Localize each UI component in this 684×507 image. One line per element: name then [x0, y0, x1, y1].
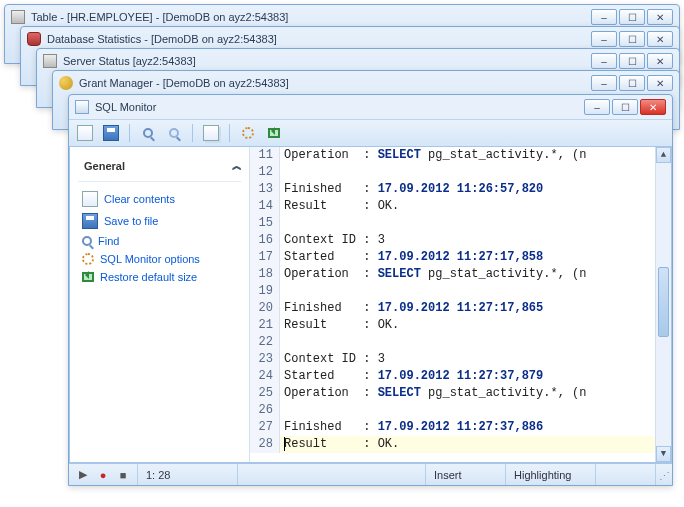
- log-line[interactable]: 27Finished : 17.09.2012 11:27:37,886: [250, 419, 655, 436]
- close-button[interactable]: ✕: [647, 53, 673, 69]
- line-content: Context ID : 3: [280, 351, 385, 368]
- log-line[interactable]: 12: [250, 164, 655, 181]
- restore-button[interactable]: [264, 123, 284, 143]
- sidebar-find[interactable]: Find: [78, 232, 241, 250]
- log-line[interactable]: 26: [250, 402, 655, 419]
- doc-icon: [77, 125, 93, 141]
- line-number: 22: [250, 334, 280, 351]
- line-content: [280, 164, 284, 181]
- maximize-button[interactable]: ☐: [619, 53, 645, 69]
- sql-monitor-window: SQL Monitor – ☐ ✕ General ︽ Clear conten…: [68, 94, 673, 486]
- line-number: 21: [250, 317, 280, 334]
- window-title: Server Status [ayz2:54383]: [63, 55, 585, 67]
- copy-button[interactable]: [201, 123, 221, 143]
- line-number: 20: [250, 300, 280, 317]
- line-content: [280, 215, 284, 232]
- sidebar-restore-size[interactable]: Restore default size: [78, 268, 241, 286]
- line-number: 25: [250, 385, 280, 402]
- line-content: [280, 334, 284, 351]
- find-next-button[interactable]: [164, 123, 184, 143]
- log-line[interactable]: 16Context ID : 3: [250, 232, 655, 249]
- log-line[interactable]: 15: [250, 215, 655, 232]
- line-number: 13: [250, 181, 280, 198]
- close-button[interactable]: ✕: [647, 9, 673, 25]
- maximize-button[interactable]: ☐: [612, 99, 638, 115]
- log-line[interactable]: 28Result : OK.: [250, 436, 655, 453]
- line-number: 23: [250, 351, 280, 368]
- toolbar: [69, 119, 672, 147]
- log-line[interactable]: 18Operation : SELECT pg_stat_activity.*,…: [250, 266, 655, 283]
- status-spacer: [238, 464, 426, 485]
- titlebar[interactable]: SQL Monitor – ☐ ✕: [69, 95, 672, 119]
- find-next-icon: [169, 128, 179, 138]
- maximize-button[interactable]: ☐: [619, 9, 645, 25]
- save-icon: [103, 125, 119, 141]
- log-line[interactable]: 20Finished : 17.09.2012 11:27:17,865: [250, 300, 655, 317]
- find-icon: [82, 236, 92, 246]
- sidebar-save-to-file[interactable]: Save to file: [78, 210, 241, 232]
- line-content: [280, 402, 284, 419]
- restore-icon: [82, 272, 94, 282]
- log-line[interactable]: 25Operation : SELECT pg_stat_activity.*,…: [250, 385, 655, 402]
- maximize-button[interactable]: ☐: [619, 31, 645, 47]
- collapse-icon[interactable]: ︽: [232, 159, 239, 173]
- sidebar-item-label: SQL Monitor options: [100, 253, 200, 265]
- minimize-button[interactable]: –: [591, 53, 617, 69]
- minimize-button[interactable]: –: [591, 75, 617, 91]
- sidebar-options[interactable]: SQL Monitor options: [78, 250, 241, 268]
- db-stats-icon: [27, 32, 41, 46]
- server-status-icon: [43, 54, 57, 68]
- minimize-button[interactable]: –: [591, 9, 617, 25]
- line-number: 16: [250, 232, 280, 249]
- gear-icon: [242, 127, 254, 139]
- close-button[interactable]: ✕: [647, 31, 673, 47]
- sidebar-item-label: Clear contents: [104, 193, 175, 205]
- log-line[interactable]: 22: [250, 334, 655, 351]
- log-editor[interactable]: 11Operation : SELECT pg_stat_activity.*,…: [250, 147, 671, 462]
- save-button[interactable]: [101, 123, 121, 143]
- line-number: 27: [250, 419, 280, 436]
- side-panel-header[interactable]: General ︽: [78, 155, 241, 182]
- close-button[interactable]: ✕: [647, 75, 673, 91]
- line-content: Result : OK.: [280, 198, 399, 215]
- clear-button[interactable]: [75, 123, 95, 143]
- scroll-thumb[interactable]: [658, 267, 669, 337]
- side-panel: General ︽ Clear contentsSave to fileFind…: [70, 147, 250, 462]
- log-line[interactable]: 17Started : 17.09.2012 11:27:17,858: [250, 249, 655, 266]
- scroll-down-button[interactable]: ▼: [656, 446, 671, 462]
- window-title: Grant Manager - [DemoDB on ayz2:54383]: [79, 77, 585, 89]
- find-button[interactable]: [138, 123, 158, 143]
- line-number: 17: [250, 249, 280, 266]
- minimize-button[interactable]: –: [584, 99, 610, 115]
- window-title: SQL Monitor: [95, 101, 578, 113]
- side-panel-title: General: [84, 160, 125, 172]
- grant-manager-icon: [59, 76, 73, 90]
- log-line[interactable]: 24Started : 17.09.2012 11:27:37,879: [250, 368, 655, 385]
- scroll-up-button[interactable]: ▲: [656, 147, 671, 163]
- line-content: Finished : 17.09.2012 11:27:17,865: [280, 300, 543, 317]
- log-line[interactable]: 19: [250, 283, 655, 300]
- line-content: Finished : 17.09.2012 11:27:37,886: [280, 419, 543, 436]
- vertical-scrollbar[interactable]: ▲ ▼: [655, 147, 671, 462]
- sidebar-clear-contents[interactable]: Clear contents: [78, 188, 241, 210]
- log-line[interactable]: 23Context ID : 3: [250, 351, 655, 368]
- statusbar: ▶ ● ■ 1: 28 Insert Highlighting ⋰: [69, 463, 672, 485]
- stop-button[interactable]: ■: [115, 468, 131, 482]
- table-icon: [11, 10, 25, 24]
- resize-grip[interactable]: ⋰: [656, 464, 672, 485]
- maximize-button[interactable]: ☐: [619, 75, 645, 91]
- line-content: Started : 17.09.2012 11:27:37,879: [280, 368, 543, 385]
- log-line[interactable]: 21Result : OK.: [250, 317, 655, 334]
- options-button[interactable]: [238, 123, 258, 143]
- log-line[interactable]: 13Finished : 17.09.2012 11:26:57,820: [250, 181, 655, 198]
- log-line[interactable]: 14Result : OK.: [250, 198, 655, 215]
- status-position: 1: 28: [138, 464, 238, 485]
- line-content: Operation : SELECT pg_stat_activity.*, (…: [280, 147, 586, 164]
- minimize-button[interactable]: –: [591, 31, 617, 47]
- record-button[interactable]: ●: [95, 468, 111, 482]
- play-button[interactable]: ▶: [75, 468, 91, 482]
- sql-monitor-icon: [75, 100, 89, 114]
- close-button[interactable]: ✕: [640, 99, 666, 115]
- line-number: 14: [250, 198, 280, 215]
- log-line[interactable]: 11Operation : SELECT pg_stat_activity.*,…: [250, 147, 655, 164]
